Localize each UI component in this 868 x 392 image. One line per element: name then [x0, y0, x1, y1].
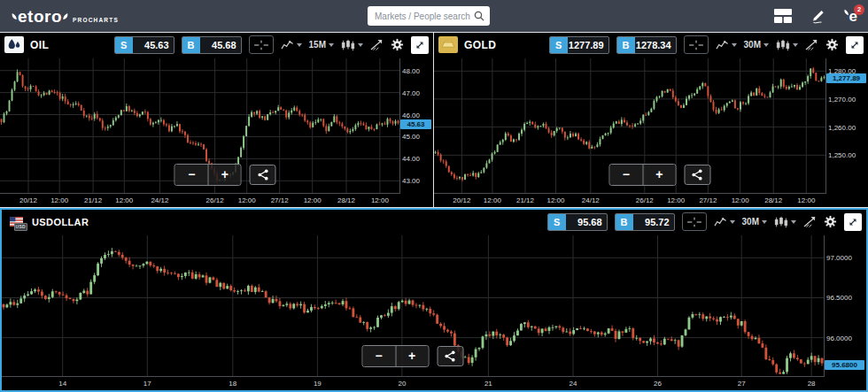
sell-label: S	[548, 214, 566, 230]
share-button[interactable]	[684, 165, 710, 185]
chart-type-dropdown[interactable]	[716, 39, 737, 50]
x-tick-label: 20	[398, 380, 406, 388]
search-box[interactable]	[368, 6, 490, 26]
chart-type-icon	[716, 39, 729, 50]
zoom-out-button[interactable]: −	[175, 165, 208, 185]
zoom-in-button[interactable]: +	[208, 165, 241, 185]
procharts-label: PROCHARTS	[73, 17, 119, 25]
gold-icon	[438, 36, 458, 53]
timeframe-dropdown[interactable]: 30M	[744, 40, 769, 50]
gold-toolbar: S 1277.89 B 1278.34 30M	[549, 35, 864, 54]
expand-button[interactable]	[846, 36, 864, 54]
pencil-icon	[810, 8, 825, 24]
expand-arrows-icon	[849, 39, 861, 51]
share-icon	[257, 169, 268, 181]
buy-label: B	[182, 37, 200, 53]
indicators-button[interactable]	[805, 39, 818, 50]
logo-right-horn-icon	[62, 6, 69, 23]
expand-button[interactable]	[844, 213, 862, 231]
x-tick-label: 12:00	[797, 196, 815, 204]
gold-chart-area: 1,280.001,270.001,260.001,250.001,277.89…	[434, 57, 868, 207]
usdollar-y-axis: 97.000096.500096.000095.6800	[825, 235, 866, 377]
oil-x-axis: 20/1212:0021/1212:0024/1226/1212:0027/12…	[0, 194, 400, 207]
account-button[interactable]: e 2	[843, 9, 857, 24]
layout-button[interactable]	[774, 9, 792, 23]
gold-panel-header: GOLD S 1277.89 B 1278.34	[434, 33, 868, 57]
current-price-tag: 45.63	[400, 119, 431, 129]
zoom-out-button[interactable]: −	[362, 346, 395, 366]
x-tick-label: 12:00	[304, 196, 322, 204]
x-tick-label: 21/12	[84, 196, 102, 204]
current-price-tag: 95.6800	[825, 360, 864, 370]
settings-button[interactable]	[391, 38, 404, 51]
etoro-logo-text: etoro	[11, 8, 69, 25]
x-tick-label: 12:00	[732, 196, 749, 204]
chevron-down-icon	[763, 43, 769, 47]
search-icon[interactable]	[474, 11, 484, 21]
usdollar-sell-button[interactable]: S 95.68	[547, 213, 608, 231]
draw-button[interactable]	[810, 8, 825, 24]
gear-icon	[391, 38, 404, 51]
share-button[interactable]	[250, 165, 276, 185]
y-tick-label: 1,250.00	[828, 151, 856, 159]
oil-timeframe: 15M	[309, 40, 326, 50]
chevron-down-icon	[730, 220, 735, 224]
y-tick-label: 44.00	[402, 155, 420, 163]
gear-icon	[824, 215, 837, 228]
y-tick-label: 96.5000	[826, 294, 852, 302]
expand-button[interactable]	[411, 36, 429, 54]
timeframe-dropdown[interactable]: 15M	[309, 40, 334, 50]
indicators-icon	[370, 39, 384, 50]
oil-zoom-controls: − +	[174, 164, 276, 186]
indicators-icon	[803, 216, 817, 227]
top-header: etoro PROCHARTS	[0, 0, 868, 32]
share-button[interactable]	[437, 346, 463, 366]
crosshair-button[interactable]	[249, 35, 274, 54]
chart-type-dropdown[interactable]	[714, 216, 735, 227]
crosshair-button[interactable]	[682, 212, 707, 231]
oil-icon	[4, 36, 24, 53]
gold-sell-price: 1277.89	[568, 37, 608, 53]
settings-button[interactable]	[824, 215, 837, 228]
header-icon-group: e 2	[774, 8, 857, 24]
layout-grid-icon	[774, 9, 792, 23]
x-tick-label: 20/12	[453, 196, 470, 204]
etoro-procharts-app: etoro PROCHARTS	[0, 0, 868, 392]
timeframe-dropdown[interactable]: 30M	[742, 217, 767, 227]
gold-sell-button[interactable]: S 1277.89	[549, 36, 609, 54]
indicators-button[interactable]	[370, 39, 384, 50]
account-horn-icon	[843, 5, 849, 19]
usdollar-buy-button[interactable]: B 95.72	[615, 213, 675, 231]
chevron-down-icon	[791, 220, 796, 224]
crosshair-button[interactable]	[684, 35, 709, 54]
y-tick-label: 1,260.00	[828, 124, 856, 132]
x-tick-label: 12:00	[546, 196, 564, 204]
candlestick-icon	[774, 216, 788, 228]
oil-sell-button[interactable]: S 45.63	[114, 36, 174, 54]
candle-style-dropdown[interactable]	[776, 39, 798, 51]
chart-type-icon	[281, 39, 294, 50]
gold-buy-button[interactable]: B 1278.34	[616, 36, 677, 54]
chart-type-dropdown[interactable]	[281, 39, 302, 50]
search-input[interactable]	[373, 11, 474, 22]
x-tick-label: 26	[654, 380, 662, 388]
zoom-in-button[interactable]: +	[395, 346, 428, 366]
candle-style-dropdown[interactable]	[774, 216, 796, 228]
oil-toolbar: S 45.63 B 45.68 15M	[114, 35, 429, 54]
x-tick-label: 26/12	[206, 196, 224, 204]
candle-style-dropdown[interactable]	[341, 39, 363, 51]
etoro-logo[interactable]: etoro PROCHARTS	[11, 8, 119, 25]
chevron-down-icon	[793, 43, 798, 47]
x-tick-label: 12:00	[238, 196, 256, 204]
oil-buy-button[interactable]: B 45.68	[182, 36, 242, 54]
x-tick-label: 27	[738, 380, 746, 388]
y-tick-label: 43.00	[402, 177, 420, 185]
settings-button[interactable]	[825, 38, 839, 51]
zoom-out-button[interactable]: −	[609, 165, 642, 185]
zoom-in-button[interactable]: +	[642, 165, 675, 185]
oil-panel-header: OIL S 45.63 B 45.68	[0, 33, 433, 57]
oil-sell-price: 45.63	[133, 37, 174, 53]
expand-arrows-icon	[847, 216, 859, 228]
indicators-button[interactable]	[803, 216, 817, 227]
panel-oil: OIL S 45.63 B 45.68	[0, 33, 433, 207]
